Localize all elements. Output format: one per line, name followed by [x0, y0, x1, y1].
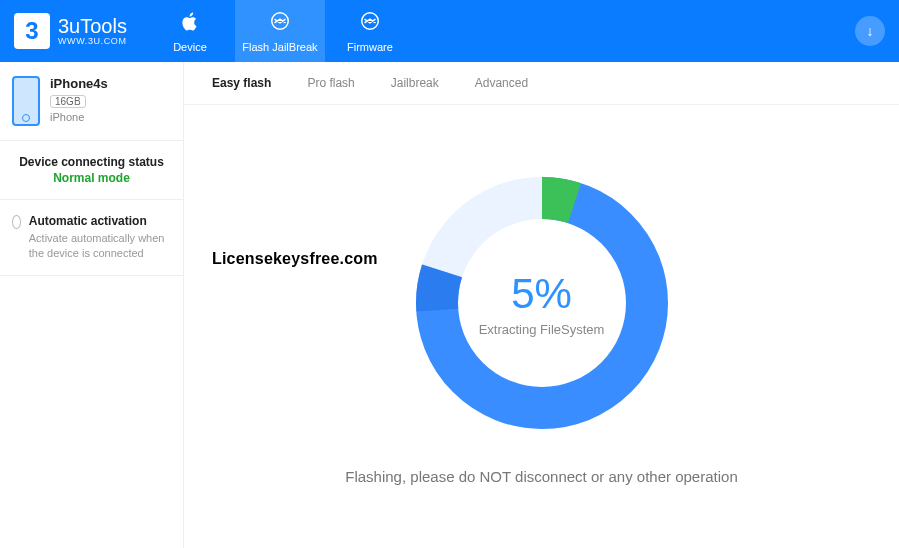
logo-icon: 3: [14, 13, 50, 49]
subtabs: Easy flash Pro flash Jailbreak Advanced: [184, 62, 899, 105]
connection-status-title: Device connecting status: [12, 155, 171, 169]
download-icon: ↓: [867, 23, 874, 39]
connection-status-value: Normal mode: [12, 171, 171, 185]
auto-activation-title: Automatic activation: [29, 214, 171, 228]
device-name: iPhone4s: [50, 76, 108, 91]
nav-flash-jailbreak[interactable]: Flash JailBreak: [235, 0, 325, 62]
tab-advanced[interactable]: Advanced: [475, 76, 528, 90]
nav-label: Device: [173, 41, 207, 53]
apple-icon: [179, 10, 201, 37]
device-storage-badge: 16GB: [50, 95, 86, 108]
nav-label: Firmware: [347, 41, 393, 53]
dropbox-icon: [359, 10, 381, 37]
progress-stage: Extracting FileSystem: [479, 322, 605, 337]
svg-point-1: [362, 12, 379, 29]
progress-donut: 5% Extracting FileSystem: [407, 168, 677, 438]
nav-device[interactable]: Device: [145, 0, 235, 62]
sidebar: iPhone4s 16GB iPhone Device connecting s…: [0, 62, 184, 548]
auto-activation-desc: Activate automatically when the device i…: [29, 231, 171, 261]
tab-jailbreak[interactable]: Jailbreak: [391, 76, 439, 90]
app-logo: 3 3uTools WWW.3U.COM: [0, 0, 145, 62]
download-button[interactable]: ↓: [855, 16, 885, 46]
tab-easy-flash[interactable]: Easy flash: [212, 76, 271, 90]
device-card[interactable]: iPhone4s 16GB iPhone: [0, 62, 183, 141]
nav-firmware[interactable]: Firmware: [325, 0, 415, 62]
device-type: iPhone: [50, 111, 108, 123]
radio-icon[interactable]: [12, 215, 21, 229]
auto-activation-block[interactable]: Automatic activation Activate automatica…: [0, 200, 183, 276]
watermark-text: Licensekeysfree.com: [212, 250, 378, 268]
dropbox-icon: [269, 10, 291, 37]
svg-point-0: [272, 12, 289, 29]
progress-message: Flashing, please do NOT disconnect or an…: [345, 468, 737, 485]
connection-status-block: Device connecting status Normal mode: [0, 141, 183, 200]
app-site: WWW.3U.COM: [58, 36, 127, 46]
main-nav: Device Flash JailBreak Firmware: [145, 0, 415, 62]
progress-percent: 5%: [511, 270, 572, 318]
device-thumbnail-icon: [12, 76, 40, 126]
nav-label: Flash JailBreak: [242, 41, 317, 53]
app-name: 3uTools: [58, 16, 127, 36]
tab-pro-flash[interactable]: Pro flash: [307, 76, 354, 90]
